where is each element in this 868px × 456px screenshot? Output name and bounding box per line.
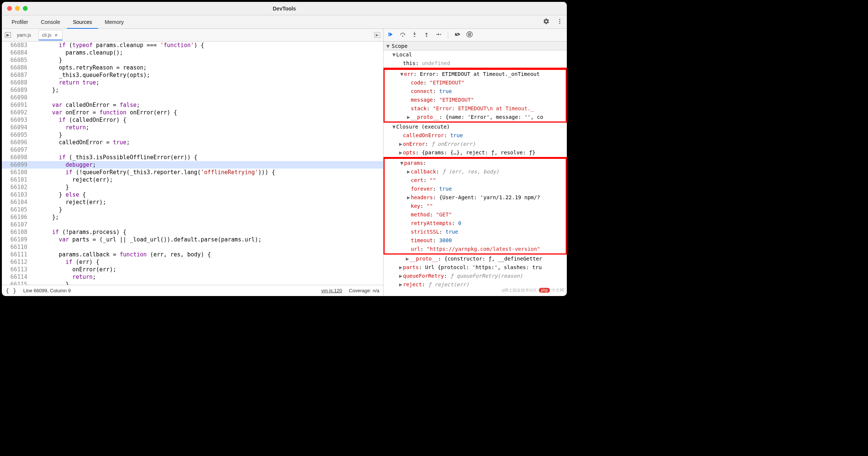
svg-point-4 (402, 36, 403, 37)
scope-params-retryattempts: retryAttempts: 0 (385, 219, 566, 228)
scope-params-method: method: "GET" (385, 210, 566, 219)
scope-err[interactable]: ▼err: Error: ETIMEDOUT at Timeout._onTim… (385, 70, 566, 78)
svg-point-5 (414, 36, 415, 37)
svg-rect-8 (468, 33, 469, 36)
code-line[interactable]: 66102 } (2, 184, 383, 191)
code-line[interactable]: 66114 return; (2, 273, 383, 281)
scope-params-key: key: "" (385, 202, 566, 210)
code-line[interactable]: 66088 return true; (2, 79, 383, 86)
svg-point-6 (426, 36, 427, 37)
svg-rect-3 (388, 33, 389, 37)
code-line[interactable]: 66100 if (!queueForRetry(_this3.reporter… (2, 169, 383, 176)
svg-point-0 (559, 19, 560, 20)
pretty-print-icon[interactable]: { } (6, 287, 16, 294)
svg-point-1 (559, 21, 560, 22)
code-line[interactable]: 66095 } (2, 131, 383, 139)
code-line[interactable]: 66084 params.cleanup(); (2, 49, 383, 56)
step-over-icon[interactable] (399, 31, 406, 39)
file-tab-yarn[interactable]: yarn.js (14, 30, 36, 40)
tab-console[interactable]: Console (35, 15, 66, 29)
code-line[interactable]: 66103 } else { (2, 191, 383, 198)
code-line[interactable]: 66115 } (2, 281, 383, 285)
scope-params-url: url: "https://yarnpkg.com/latest-version… (385, 245, 566, 253)
scope-closure[interactable]: ▼Closure (execute) (383, 123, 567, 131)
step-out-icon[interactable] (423, 31, 430, 39)
scope-params-proto[interactable]: ▶__proto__: {constructor: ƒ, __defineGet… (383, 255, 567, 263)
code-line[interactable]: 66108 if (!params.process) { (2, 228, 383, 236)
scope-local[interactable]: ▼Local (383, 50, 567, 59)
scope-err-proto[interactable]: ▶__proto__: {name: 'Error', message: '',… (385, 113, 566, 121)
deactivate-breakpoints-icon[interactable] (454, 31, 461, 39)
scope-calledonerror: calledOnError: true (383, 131, 567, 140)
scope-onerror[interactable]: ▶onError: ƒ onError(err) (383, 140, 567, 148)
code-line[interactable]: 66093 if (calledOnError) { (2, 116, 383, 124)
status-bar: { } Line 66099, Column 9 vm.js:120 Cover… (2, 285, 383, 296)
code-line[interactable]: 66090 (2, 94, 383, 101)
code-line[interactable]: 66111 params.callback = function (err, r… (2, 251, 383, 258)
code-line[interactable]: 66109 var parts = (_url || _load_url()).… (2, 236, 383, 243)
svg-point-2 (559, 23, 560, 24)
navigator-toggle-icon[interactable]: ▶ (5, 32, 11, 38)
scope-err-stack: stack: "Error: ETIMEDOUT\n at Timeout._ (385, 104, 566, 113)
kebab-menu-icon[interactable] (556, 18, 563, 26)
code-line[interactable]: 66087 _this3.queueForRetry(opts); (2, 71, 383, 79)
watermark: @稀土掘金技术社区 php 中文网 (502, 287, 564, 293)
scope-params[interactable]: ▼params: (385, 159, 566, 167)
code-line[interactable]: 66083 if (typeof params.cleanup === 'fun… (2, 41, 383, 49)
svg-rect-9 (470, 33, 471, 36)
scope-queueforretry[interactable]: ▶queueForRetry: ƒ queueForRetry(reason) (383, 272, 567, 280)
tab-memory[interactable]: Memory (99, 15, 130, 29)
run-snippet-icon[interactable]: ▶ (374, 32, 380, 38)
titlebar: DevTools (2, 2, 567, 15)
file-tab-cli[interactable]: cli.js × (39, 30, 62, 40)
code-line[interactable]: 66101 reject(err); (2, 176, 383, 184)
code-line[interactable]: 66107 (2, 221, 383, 228)
code-line[interactable]: 66113 onError(err); (2, 266, 383, 273)
scope-err-connect: connect: true (385, 87, 566, 96)
code-line[interactable]: 66105 } (2, 206, 383, 213)
step-icon[interactable] (435, 31, 442, 39)
scope-this: this: undefined (383, 59, 567, 69)
code-line[interactable]: 66110 (2, 243, 383, 251)
vm-link[interactable]: vm.js:120 (321, 288, 342, 293)
window-title: DevTools (2, 6, 567, 12)
scope-pane: ▼Scope ▼Local this: undefined ▼err: Erro… (383, 29, 567, 296)
pause-on-exceptions-icon[interactable] (466, 31, 473, 39)
code-line[interactable]: 66085 } (2, 56, 383, 64)
code-line[interactable]: 66104 reject(err); (2, 198, 383, 206)
step-into-icon[interactable] (411, 31, 418, 39)
file-tabs: ▶ yarn.js cli.js × ▶ (2, 29, 383, 41)
scope-params-headers[interactable]: ▶headers: {User-Agent: 'yarn/1.22.19 npm… (385, 193, 566, 202)
debug-toolbar (383, 29, 567, 41)
code-line[interactable]: 66097 (2, 146, 383, 154)
main-tabs: Profiler Console Sources Memory (2, 15, 567, 29)
code-line[interactable]: 66098 if (_this3.isPossibleOfflineError(… (2, 154, 383, 161)
cursor-position: Line 66099, Column 9 (23, 288, 71, 293)
code-line[interactable]: 66112 if (err) { (2, 258, 383, 266)
scope-tree[interactable]: ▼Local this: undefined ▼err: Error: ETIM… (383, 50, 567, 296)
close-tab-icon[interactable]: × (55, 32, 58, 38)
code-line[interactable]: 66106 }; (2, 213, 383, 221)
code-line[interactable]: 66086 opts.retryReason = reason; (2, 64, 383, 71)
editor-pane: ▶ yarn.js cli.js × ▶ 66083 if (typeof pa… (2, 29, 383, 296)
code-line[interactable]: 66091 var calledOnError = false; (2, 101, 383, 109)
gear-icon[interactable] (543, 18, 550, 26)
resume-icon[interactable] (387, 31, 394, 39)
scope-params-forever: forever: true (385, 185, 566, 193)
scope-params-timeout: timeout: 3000 (385, 236, 566, 245)
code-line[interactable]: 66092 var onError = function onError(err… (2, 109, 383, 116)
scope-err-message: message: "ETIMEDOUT" (385, 96, 566, 104)
scope-params-strictssl: strictSSL: true (385, 228, 566, 236)
tab-sources[interactable]: Sources (67, 15, 98, 29)
code-line[interactable]: 66099 debugger; (2, 161, 383, 169)
scope-params-callback[interactable]: ▶callback: ƒ (err, res, body) (385, 167, 566, 176)
coverage-label: Coverage: n/a (349, 288, 379, 293)
scope-header[interactable]: ▼Scope (383, 41, 567, 50)
scope-opts[interactable]: ▶opts: {params: {…}, reject: ƒ, resolve:… (383, 148, 567, 158)
code-line[interactable]: 66094 return; (2, 124, 383, 131)
code-line[interactable]: 66089 }; (2, 86, 383, 94)
tab-profiler[interactable]: Profiler (6, 15, 34, 29)
code-editor[interactable]: 66083 if (typeof params.cleanup === 'fun… (2, 41, 383, 285)
scope-parts[interactable]: ▶parts: Url {protocol: 'https:', slashes… (383, 263, 567, 272)
code-line[interactable]: 66096 calledOnError = true; (2, 139, 383, 146)
